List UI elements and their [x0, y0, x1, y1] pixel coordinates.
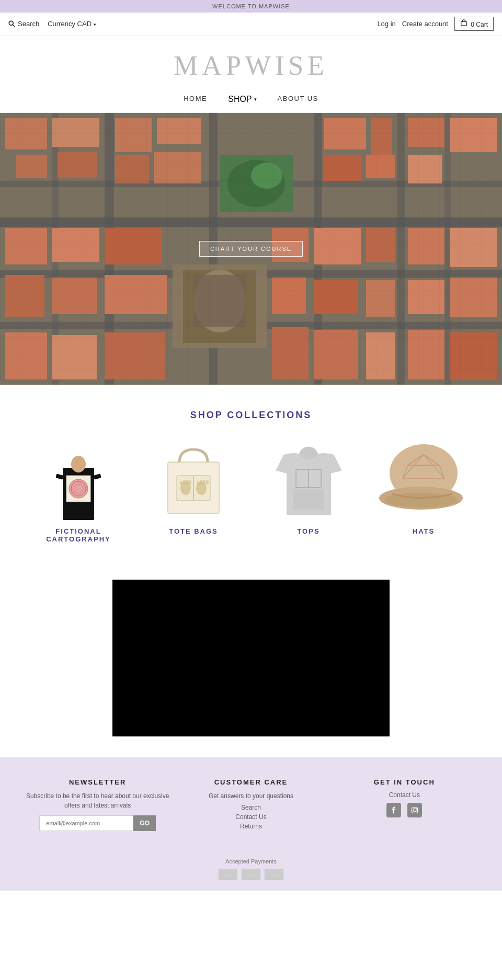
hats-image	[376, 437, 471, 521]
video-player[interactable]	[112, 580, 390, 736]
cart-button[interactable]: 0 Cart	[454, 17, 494, 31]
svg-rect-2	[461, 21, 467, 26]
payment-icon-3	[265, 869, 283, 880]
footer-columns: NEWSLETTER Subscribe to be the first to …	[21, 778, 481, 832]
chevron-down-icon: ▾	[94, 22, 96, 27]
hats-svg	[379, 442, 468, 517]
cart-label: 0 Cart	[471, 21, 488, 28]
create-account-link[interactable]: Create account	[402, 20, 448, 28]
nav-shop[interactable]: SHOP ▾	[228, 95, 256, 104]
customer-care-returns-link[interactable]: Returns	[174, 823, 327, 830]
svg-point-96	[413, 809, 416, 812]
header-left: Search Currency CAD ▾	[8, 20, 96, 28]
collections-section: SHOP COLLECTIONS	[0, 385, 502, 559]
video-section	[0, 559, 502, 757]
login-link[interactable]: Log in	[377, 20, 395, 28]
hero-section: CHART YOUR COURSE	[0, 113, 502, 385]
payment-icon-2	[242, 869, 260, 880]
collection-item-tops[interactable]: TOPS	[256, 437, 361, 543]
newsletter-go-button[interactable]: GO	[133, 815, 156, 831]
header-bar: Search Currency CAD ▾ Log in Create acco…	[0, 13, 502, 36]
announcement-bar: WELCOME TO MAPWISE	[0, 0, 502, 13]
svg-rect-77	[197, 481, 199, 485]
collection-item-cartography[interactable]: FICTIONAL CARTOGRAPHY	[26, 437, 131, 543]
contact-us-link[interactable]: Contact Us	[328, 791, 481, 799]
currency-label: Currency	[48, 20, 75, 28]
header-right: Log in Create account 0 Cart	[377, 17, 494, 31]
payment-icon-1	[219, 869, 237, 880]
svg-point-63	[69, 479, 88, 498]
newsletter-title: NEWSLETTER	[21, 778, 174, 786]
footer: NEWSLETTER Subscribe to be the first to …	[0, 757, 502, 891]
svg-point-97	[416, 808, 417, 809]
svg-point-0	[9, 21, 13, 25]
svg-line-1	[13, 25, 15, 27]
customer-care-description: Get answers to your questions	[174, 791, 327, 801]
footer-newsletter-col: NEWSLETTER Subscribe to be the first to …	[21, 778, 174, 832]
tote-image	[146, 437, 241, 521]
svg-rect-81	[293, 489, 324, 510]
svg-rect-74	[183, 480, 186, 485]
main-nav: HOME SHOP ▾ ABOUT US	[0, 89, 502, 113]
tops-label: TOPS	[297, 527, 320, 535]
nav-about[interactable]: ABOUT US	[278, 95, 318, 104]
announcement-text: WELCOME TO MAPWISE	[212, 3, 290, 9]
search-label: Search	[18, 20, 39, 28]
footer-customer-care-col: CUSTOMER CARE Get answers to your questi…	[174, 778, 327, 832]
site-logo[interactable]: MAPWISE	[0, 50, 502, 81]
collections-title: SHOP COLLECTIONS	[10, 410, 492, 421]
svg-rect-78	[200, 480, 202, 485]
svg-point-61	[71, 456, 86, 472]
tote-label: TOTE BAGS	[169, 527, 218, 535]
facebook-icon[interactable]	[386, 803, 401, 817]
logo-area: MAPWISE	[0, 36, 502, 89]
customer-care-search-link[interactable]: Search	[174, 804, 327, 811]
cart-icon	[460, 19, 467, 27]
nav-shop-label: SHOP	[228, 95, 252, 104]
customer-care-contact-link[interactable]: Contact Us	[174, 813, 327, 821]
customer-care-title: CUSTOMER CARE	[174, 778, 327, 786]
social-links	[328, 803, 481, 817]
newsletter-description: Subscribe to be the first to hear about …	[21, 791, 174, 810]
payment-icons	[21, 869, 481, 880]
svg-rect-67	[93, 474, 101, 479]
shop-chevron-down-icon: ▾	[254, 97, 257, 102]
svg-rect-75	[186, 480, 189, 485]
tops-image	[261, 437, 356, 521]
svg-rect-80	[206, 480, 209, 485]
footer-bottom: Accepted Payments	[21, 848, 481, 880]
currency-selector[interactable]: Currency CAD ▾	[48, 20, 96, 28]
collections-grid: FICTIONAL CARTOGRAPHY	[10, 437, 492, 543]
search-icon	[8, 20, 16, 28]
cartography-label: FICTIONAL CARTOGRAPHY	[26, 527, 131, 543]
cartography-image	[31, 437, 126, 521]
chart-course-button[interactable]: CHART YOUR COURSE	[199, 241, 303, 257]
instagram-icon[interactable]	[407, 803, 422, 817]
get-in-touch-title: GET IN TOUCH	[328, 778, 481, 786]
svg-rect-76	[189, 480, 191, 485]
accepted-payments-label: Accepted Payments	[21, 858, 481, 864]
cartography-svg	[34, 439, 123, 520]
search-button[interactable]: Search	[8, 20, 39, 28]
collection-item-tote[interactable]: TOTE BAGS	[141, 437, 246, 543]
collection-item-hats[interactable]: HATS	[371, 437, 476, 543]
tote-svg	[153, 439, 234, 520]
currency-value: CAD	[77, 20, 92, 28]
tops-svg	[266, 439, 352, 520]
footer-contact-col: GET IN TOUCH Contact Us	[328, 778, 481, 832]
nav-home[interactable]: HOME	[184, 95, 207, 104]
hats-label: HATS	[413, 527, 435, 535]
svg-rect-66	[55, 474, 64, 479]
newsletter-form: GO	[21, 815, 174, 831]
svg-rect-79	[203, 480, 206, 485]
newsletter-email-input[interactable]	[39, 815, 133, 831]
svg-rect-73	[180, 481, 182, 485]
